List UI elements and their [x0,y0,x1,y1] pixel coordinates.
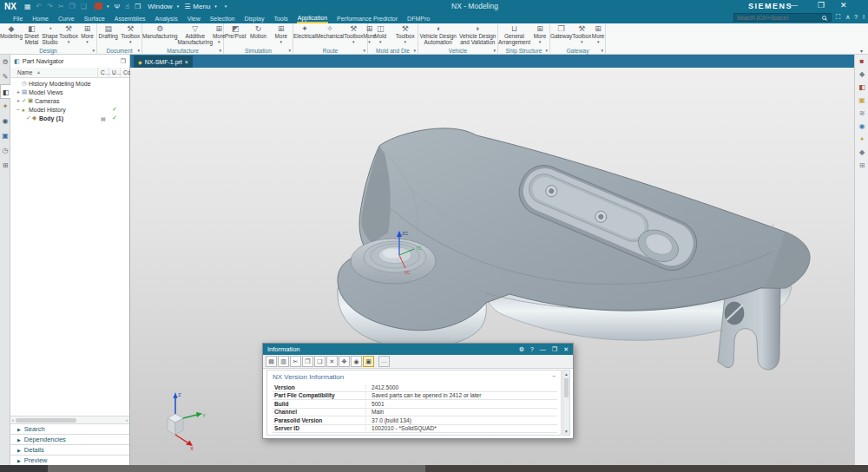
find-icon[interactable]: ◉ [351,356,362,367]
tab-display[interactable]: Display [244,14,266,23]
dialog-close-icon[interactable]: ✕ [563,346,569,353]
globe-tool-icon[interactable]: ◉ [855,120,868,133]
frame-tool-icon[interactable]: ≋ [855,107,868,120]
ribbon-button-more[interactable]: ⊞More▾ [270,23,293,47]
group-label-design[interactable]: Design▾ [0,47,96,55]
microphone-icon[interactable]: Ψ [114,3,120,10]
tree-row-model-history[interactable]: − ● Model History ✓ [10,105,129,114]
dialog-minimize-icon[interactable]: — [540,346,546,352]
delete-icon[interactable]: ✕ [326,356,338,367]
group-label-mold-and-die[interactable]: Mold and Die▾ [368,47,418,55]
scroll-up-icon[interactable]: ▴ [563,371,569,377]
ribbon-button-gateway[interactable]: ❒Gateway [550,23,572,47]
dialog-title-bar[interactable]: Information ⚙ ? — ❐ ✕ [263,344,573,355]
column-name[interactable]: Name [17,69,32,75]
part-red-tool-icon[interactable]: ◧ [855,81,868,94]
switch-window-icon[interactable]: ❒ [135,3,141,10]
cut-icon[interactable]: ✂ [58,3,64,10]
close-tab-icon[interactable]: × [185,59,188,65]
ribbon-button-vehicle-design-automation[interactable]: ◖Vehicle Design Automation [418,23,458,47]
tab-file[interactable]: File [12,14,23,23]
section-preview[interactable]: ▶Preview [10,455,129,465]
scroll-left-icon[interactable]: ‹ [12,417,14,423]
ribbon-button-more[interactable]: ⊞More▾ [591,23,605,47]
copy-icon[interactable]: ❐ [69,3,76,10]
tab-performance-predictor[interactable]: Performance Predictor [336,14,398,23]
tree-row-body[interactable]: ✓ ◆ Body (1) ▤ ✓ [10,114,129,122]
minimize-ribbon-icon[interactable]: ∧ [845,13,851,21]
save-icon[interactable]: ▦ [24,3,31,10]
ribbon-button-toolbox[interactable]: ⚒Toolbox▾ [344,23,363,47]
ribbon-button-pre-post[interactable]: ◩Pre/Post [224,23,247,47]
ribbon-overflow-icon[interactable]: ▾ [860,48,863,54]
fullscreen-icon[interactable]: ⛶ [836,13,840,22]
ribbon-button-mechanical[interactable]: ✧Mechanical [316,23,344,47]
ribbon-button-drafting[interactable]: ▤Drafting [97,23,120,47]
ribbon-button-electrical[interactable]: ✦Electrical [293,23,316,47]
group-label-route[interactable]: Route▾ [293,47,367,55]
print-icon[interactable]: ▥ [278,356,289,367]
copy-icon[interactable]: ❐ [302,356,313,367]
history-icon[interactable]: ◷ [0,143,10,158]
export-icon[interactable]: ▤ [266,356,277,367]
ribbon-button-toolbox[interactable]: ⚒Toolbox▾ [393,23,418,47]
undo-icon[interactable]: ↶ [36,3,42,10]
ribbon-button-toolbox[interactable]: ⚒Toolbox▾ [120,23,142,47]
chevron-down-icon[interactable]: ▾ [225,3,227,9]
scroll-right-icon[interactable]: › [126,417,128,423]
tree-row-cameras[interactable]: + ✓ ▣ Cameras [10,96,129,105]
dialog-settings-icon[interactable]: ⚙ [519,346,524,353]
reuse-library-icon[interactable]: ✦ [0,99,10,114]
section-details[interactable]: ▶Details [10,444,129,455]
alert-icon[interactable]: ! [863,13,865,21]
tab-dfmpro[interactable]: DFMPro [406,14,431,23]
horizontal-scrollbar[interactable]: ‹ › [10,416,129,423]
part-tool-icon[interactable]: ◆ [855,68,868,81]
tab-tools[interactable]: Tools [273,14,288,23]
cut-icon[interactable]: ✂ [290,356,301,367]
close-button[interactable]: ✕ [840,1,847,10]
layers-tool-icon[interactable]: ▣ [855,94,868,107]
spark-tool-icon[interactable]: ✦ [855,133,868,146]
dialog-scrollbar[interactable]: ▴ ▾ [562,370,570,436]
menu-label[interactable]: Menu [193,3,210,10]
tab-application[interactable]: Application [297,13,328,23]
file-tab[interactable]: ◆ NX-SMF-1.prt × [134,56,193,68]
tree-row-model-views[interactable]: + ▤ Model Views [10,88,129,96]
ribbon-button-shape-studio[interactable]: ◔Shape Studio [41,23,59,47]
minimize-button[interactable]: — [790,1,798,10]
ribbon-button-additive-manufacturing[interactable]: ▽Additive Manufacturing [178,23,214,47]
chevron-down-icon[interactable]: ▾ [107,3,109,9]
ribbon-button-manufacturing[interactable]: ⚙Manufacturing [142,23,178,47]
hd3d-tools-icon[interactable]: ◉ [0,114,10,128]
group-label-gateway[interactable]: Gateway▾ [550,47,605,55]
ribbon-button-motion[interactable]: ↻Motion [247,23,269,47]
hamburger-icon[interactable]: ☰ [184,3,190,10]
tab-analysis[interactable]: Analysis [155,14,179,23]
tab-home[interactable]: Home [31,14,49,23]
tab-selection[interactable]: Selection [209,14,236,23]
ribbon-button-modeling[interactable]: ◆Modeling [0,23,23,47]
group-label-manufacture[interactable]: Manufacture▾ [142,47,223,55]
group-label-document[interactable]: Document▾ [97,47,141,55]
help-icon[interactable]: ? [854,13,858,21]
scrollbar-thumb[interactable] [564,378,569,397]
ribbon-button-vehicle-design-validation[interactable]: ◗Vehicle Design and Validation [458,23,498,47]
ribbon-button-more[interactable]: ⊞More▾ [530,23,549,47]
group-label-simulation[interactable]: Simulation▾ [224,47,293,55]
part-navigator-tab-icon[interactable]: ◧ [0,84,10,99]
dialog-help-icon[interactable]: ? [530,346,534,352]
paste-icon[interactable]: ❏ [81,3,87,10]
section-dependencies[interactable]: ▶Dependencies [10,434,129,444]
ai-badge-icon[interactable]: ■ [855,55,868,68]
window-menu-label[interactable]: Window [148,3,172,10]
cube-tool-icon[interactable]: ◆ [855,146,868,159]
search-box[interactable] [733,13,832,22]
sort-asc-icon[interactable]: ▲ [36,69,41,75]
dialog-maximize-icon[interactable]: ❐ [552,346,557,353]
ribbon-button-more[interactable]: ⊞More▾ [78,23,96,47]
tab-surface[interactable]: Surface [83,14,106,23]
ribbon-button-sheet-metal[interactable]: ◧Sheet Metal [23,23,41,47]
scroll-down-icon[interactable]: ▾ [563,429,569,434]
redo-icon[interactable]: ↷ [47,3,53,10]
